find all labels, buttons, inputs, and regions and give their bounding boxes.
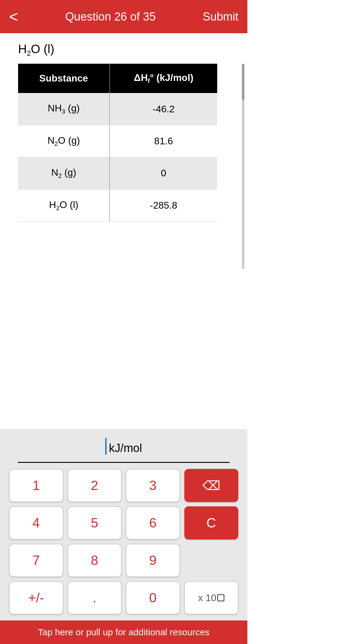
table-row: NH3 (g) -46.2 [18,93,217,125]
key-9[interactable]: 9 [126,544,180,577]
app-header: < Question 26 of 35 Submit [0,0,247,33]
table-row: N2O (g) 81.6 [18,125,217,157]
backspace-icon: ⌫ [202,478,220,493]
col-header-enthalpy: ΔHf° (kJ/mol) [110,64,217,93]
answer-display[interactable]: kJ/mol [18,438,230,463]
substance-cell: N2 (g) [18,157,110,189]
question-progress: Question 26 of 35 [65,10,156,23]
substance-cell: H2O (l) [18,189,110,221]
scrollbar-thumb[interactable] [242,64,244,100]
back-button[interactable]: < [9,8,18,26]
table-row: H2O (l) -285.8 [18,189,217,221]
input-section: kJ/mol 1 2 3 ⌫ 4 5 6 C 7 8 9 +/- . 0 x 1… [0,429,247,620]
key-6[interactable]: 6 [126,506,180,540]
table-row: N2 (g) 0 [18,157,217,189]
col-header-substance: Substance [18,64,110,93]
key-3[interactable]: 3 [126,469,180,502]
unit-label: kJ/mol [109,442,142,455]
partial-heading: H2O (l) [0,39,247,64]
key-1[interactable]: 1 [9,469,63,502]
value-cell: -46.2 [110,93,217,125]
substance-table: Substance ΔHf° (kJ/mol) NH3 (g) -46.2 N2… [18,64,217,222]
key-decimal[interactable]: . [68,581,122,614]
key-exp[interactable]: x 10 [184,581,239,614]
empty-cell [184,544,239,577]
value-cell: -285.8 [110,189,217,221]
key-5[interactable]: 5 [68,506,122,540]
value-cell: 0 [110,157,217,189]
exponent-box [217,594,224,601]
key-0[interactable]: 0 [126,581,180,614]
substance-cell: NH3 (g) [18,93,110,125]
submit-button[interactable]: Submit [203,10,238,23]
key-4[interactable]: 4 [9,506,63,540]
clear-button[interactable]: C [184,506,239,540]
key-7[interactable]: 7 [9,544,63,577]
key-sign[interactable]: +/- [9,581,63,614]
scrollbar[interactable] [242,64,244,269]
keypad: 1 2 3 ⌫ 4 5 6 C 7 8 9 +/- . 0 x 10 [6,469,241,614]
footer-label: Tap here or pull up for additional resou… [38,627,210,637]
content-area: H2O (l) Substance ΔHf° (kJ/mol) NH3 (g) … [0,33,247,429]
x10-label: x 10 [198,592,216,604]
backspace-button[interactable]: ⌫ [184,469,239,502]
data-table-wrap: Substance ΔHf° (kJ/mol) NH3 (g) -46.2 N2… [0,64,247,222]
substance-cell: N2O (g) [18,125,110,157]
footer-bar[interactable]: Tap here or pull up for additional resou… [0,620,247,644]
key-2[interactable]: 2 [68,469,122,502]
value-cell: 81.6 [110,125,217,157]
text-cursor [105,438,106,455]
key-8[interactable]: 8 [68,544,122,577]
